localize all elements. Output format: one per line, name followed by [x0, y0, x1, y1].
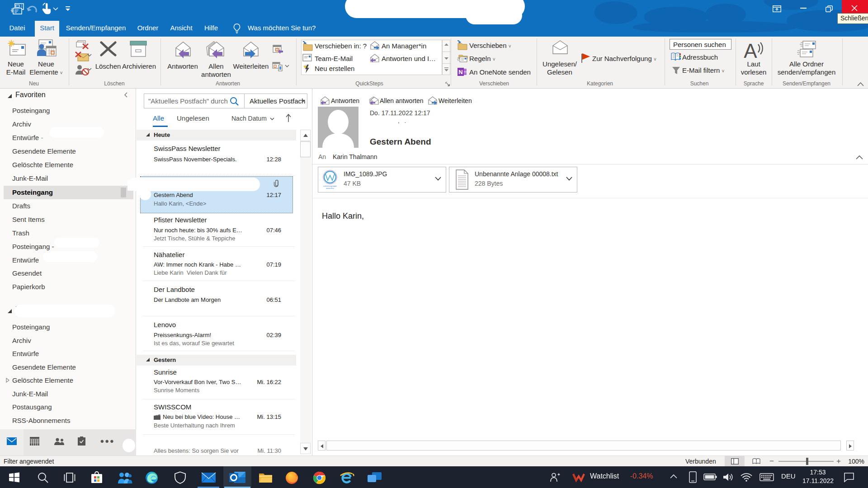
svg-text:winterthur: winterthur	[326, 187, 334, 189]
svg-text:N: N	[458, 69, 462, 75]
svg-text:A: A	[744, 40, 757, 62]
